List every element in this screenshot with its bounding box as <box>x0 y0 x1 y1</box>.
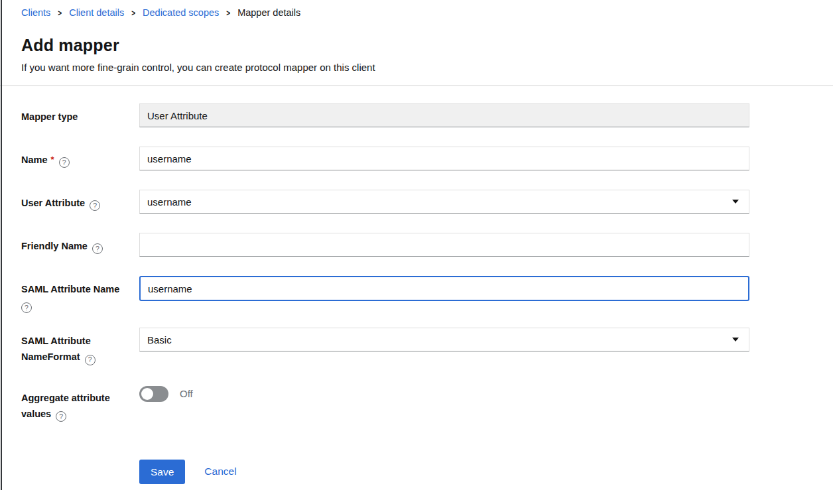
breadcrumb-client-details[interactable]: Client details <box>69 7 124 19</box>
form-actions: Save Cancel <box>139 460 749 484</box>
chevron-right-icon: > <box>131 5 135 21</box>
select-caret-icon <box>732 338 739 342</box>
page-title: Add mapper <box>21 36 813 55</box>
user-attribute-control: username <box>139 190 749 214</box>
help-icon[interactable]: ? <box>21 302 32 313</box>
page-subtitle: If you want more fine-grain control, you… <box>21 61 813 74</box>
user-attribute-select[interactable]: username <box>139 190 749 214</box>
help-icon[interactable]: ? <box>90 200 100 211</box>
toggle-state-label: Off <box>180 388 193 399</box>
field-row-saml-attribute-name: SAML Attribute Name ? <box>21 276 749 313</box>
saml-attribute-name-input[interactable] <box>139 276 749 301</box>
aggregate-toggle-control: Off <box>139 385 749 402</box>
name-label: Name*? <box>21 147 139 168</box>
saml-attribute-nameformat-label: SAML Attribute NameFormat? <box>21 328 139 365</box>
aggregate-toggle-switch[interactable] <box>139 386 168 402</box>
user-attribute-selected-value: username <box>147 196 192 208</box>
label-text: Mapper type <box>21 111 78 122</box>
mapper-type-control <box>139 103 749 127</box>
content-left-border <box>1 0 2 490</box>
label-text: Friendly Name <box>21 241 88 251</box>
nameformat-selected-value: Basic <box>147 334 172 346</box>
user-attribute-label: User Attribute? <box>21 190 139 211</box>
friendly-name-input[interactable] <box>139 233 749 257</box>
mapper-type-label: Mapper type <box>21 103 139 125</box>
label-text: SAML Attribute Name <box>21 284 119 294</box>
help-icon[interactable]: ? <box>59 157 70 168</box>
label-text: Name <box>21 155 48 165</box>
breadcrumb: Clients > Client details > Dedicated sco… <box>21 7 813 19</box>
select-caret-icon <box>732 200 739 204</box>
name-control <box>139 147 749 170</box>
add-mapper-page: Clients > Client details > Dedicated sco… <box>0 0 833 504</box>
friendly-name-label: Friendly Name? <box>21 233 139 254</box>
mapper-form: Mapper type Name*? User Attribute? usern… <box>0 86 833 484</box>
aggregate-attribute-values-label: Aggregate attribute values? <box>21 385 139 422</box>
toggle-knob <box>141 388 153 400</box>
field-row-user-attribute: User Attribute? username <box>21 190 749 214</box>
help-icon[interactable]: ? <box>85 355 96 365</box>
breadcrumb-mapper-details: Mapper details <box>237 7 300 19</box>
chevron-right-icon: > <box>58 5 62 21</box>
field-row-saml-attribute-nameformat: SAML Attribute NameFormat? Basic <box>21 328 749 365</box>
save-button[interactable]: Save <box>139 460 185 484</box>
page-header: Clients > Client details > Dedicated sco… <box>0 0 833 74</box>
field-row-name: Name*? <box>21 147 749 170</box>
help-icon[interactable]: ? <box>92 243 103 254</box>
field-row-friendly-name: Friendly Name? <box>21 233 749 257</box>
required-asterisk: * <box>51 155 54 164</box>
field-row-aggregate-attribute-values: Aggregate attribute values? Off <box>21 385 749 422</box>
cancel-button[interactable]: Cancel <box>204 466 236 477</box>
name-input[interactable] <box>139 147 749 170</box>
field-row-mapper-type: Mapper type <box>21 103 749 127</box>
friendly-name-control <box>139 233 749 257</box>
saml-attribute-name-control <box>139 276 749 301</box>
saml-attribute-name-label: SAML Attribute Name ? <box>21 276 139 313</box>
saml-attribute-nameformat-select[interactable]: Basic <box>139 328 749 351</box>
label-text: SAML Attribute NameFormat <box>21 336 91 362</box>
label-text: User Attribute <box>21 198 85 208</box>
breadcrumb-clients[interactable]: Clients <box>21 7 50 19</box>
saml-attribute-nameformat-control: Basic <box>139 328 749 351</box>
chevron-right-icon: > <box>226 5 230 21</box>
mapper-type-input <box>139 103 749 127</box>
breadcrumb-dedicated-scopes[interactable]: Dedicated scopes <box>143 7 219 19</box>
help-icon[interactable]: ? <box>56 411 66 422</box>
